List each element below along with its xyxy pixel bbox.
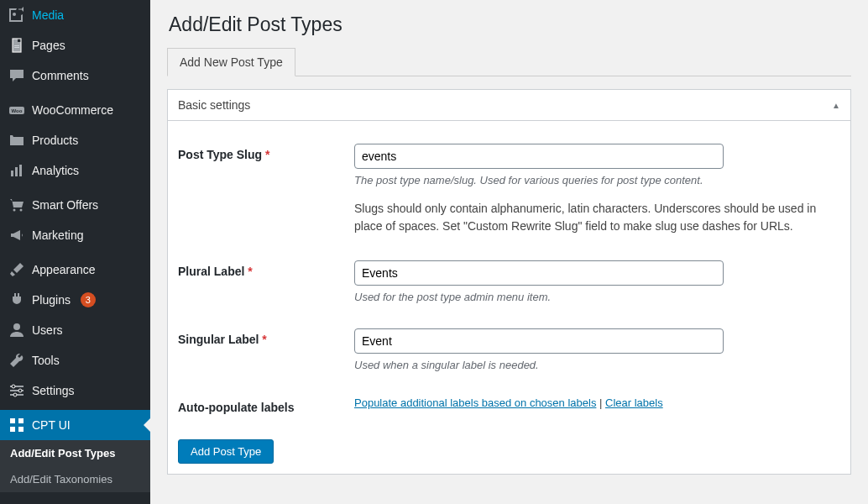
tab-bar: Add New Post Type [167,48,851,76]
svg-point-16 [18,389,22,392]
menu-item-woocommerce[interactable]: WooWooCommerce [0,95,150,125]
menu-label: Tools [32,354,60,367]
menu-label: Comments [32,69,89,82]
required-indicator: * [265,148,269,161]
menu-label: WooCommerce [32,103,113,117]
comments-icon [8,67,25,84]
menu-label: Users [32,323,63,337]
settings-icon [8,382,25,399]
menu-item-media[interactable]: Media [0,0,150,30]
svg-point-15 [12,385,15,388]
plural-label: Plural Label [178,265,244,278]
svg-point-0 [13,13,16,16]
cpt-icon [8,417,25,433]
cart-icon [8,197,25,213]
submenu-item-add-edit-taxonomies[interactable]: Add/Edit Taxonomies [0,466,150,492]
svg-point-17 [13,393,17,396]
menu-item-pages[interactable]: Pages [0,30,150,60]
woo-icon: Woo [8,102,25,118]
menu-item-cpt-ui[interactable]: CPT UI [0,410,150,440]
svg-rect-7 [15,167,18,176]
user-icon [8,322,25,339]
basic-settings-panel: Basic settings ▲ Post Type Slug * The po… [167,89,851,475]
analytics-icon [8,162,25,179]
tab-add-new-post-type[interactable]: Add New Post Type [167,48,295,76]
singular-label-input[interactable] [354,328,724,354]
post-type-slug-input[interactable] [354,144,724,169]
submenu-item-add-edit-post-types[interactable]: Add/Edit Post Types [0,440,150,466]
singular-label: Singular Label [178,333,259,346]
menu-item-tools[interactable]: Tools [0,345,150,375]
add-post-type-button[interactable]: Add Post Type [178,439,274,464]
menu-label: Marketing [32,228,83,242]
panel-title: Basic settings [178,98,250,112]
menu-item-products[interactable]: Products [0,125,150,155]
clear-labels-link[interactable]: Clear labels [605,396,663,409]
menu-item-appearance[interactable]: Appearance [0,255,150,285]
svg-rect-19 [18,418,24,423]
menu-item-settings[interactable]: Settings [0,375,150,406]
menu-label: CPT UI [32,418,71,432]
svg-rect-6 [11,171,13,176]
menu-label: Pages [32,39,65,52]
menu-item-analytics[interactable]: Analytics [0,155,150,186]
collapse-icon[interactable]: ▲ [832,101,840,110]
svg-point-11 [13,323,20,330]
admin-sidebar: MediaPagesCommentsWooWooCommerceProducts… [0,0,150,504]
menu-item-plugins[interactable]: Plugins3 [0,285,150,315]
menu-label: Smart Offers [32,198,98,212]
panel-body: Post Type Slug * The post type name/slug… [168,121,850,474]
megaphone-icon [8,227,25,244]
svg-rect-21 [18,427,24,432]
brush-icon [8,261,25,278]
plugin-icon [8,291,25,308]
slug-label: Post Type Slug [178,148,262,161]
auto-populate-label: Auto-populate labels [178,401,294,414]
menu-label: Products [32,134,78,147]
pages-icon [8,37,25,54]
menu-item-users[interactable]: Users [0,315,150,345]
svg-text:Woo: Woo [12,108,23,113]
panel-header: Basic settings ▲ [168,90,850,121]
media-icon [8,7,25,24]
svg-point-10 [20,209,23,212]
tools-icon [8,352,25,369]
menu-item-marketing[interactable]: Marketing [0,220,150,250]
menu-label: Media [32,8,64,22]
menu-label: Appearance [32,263,96,276]
products-icon [8,132,25,149]
svg-point-9 [13,209,16,212]
update-count-badge: 3 [81,292,96,307]
svg-rect-2 [14,45,19,46]
content-area: Add/Edit Post Types Add New Post Type Ba… [150,0,868,504]
menu-label: Plugins [32,293,71,307]
plural-label-input[interactable] [354,260,724,286]
required-indicator: * [262,333,266,346]
submenu: Add/Edit Post Types Add/Edit Taxonomies [0,440,150,492]
plural-description: Used for the post type admin menu item. [354,291,832,303]
menu-label: Settings [32,384,75,397]
menu-item-comments[interactable]: Comments [0,60,150,91]
menu-label: Analytics [32,164,79,177]
populate-labels-link[interactable]: Populate additional labels based on chos… [354,396,596,409]
menu-item-smart-offers[interactable]: Smart Offers [0,190,150,220]
slug-help-text: Slugs should only contain alphanumeric, … [354,200,832,235]
page-title: Add/Edit Post Types [169,13,851,36]
svg-rect-3 [14,47,19,48]
svg-rect-18 [10,418,15,423]
singular-description: Used when a singular label is needed. [354,359,832,371]
svg-rect-8 [19,165,22,176]
link-separator: | [596,396,605,409]
slug-description: The post type name/slug. Used for variou… [354,174,832,186]
required-indicator: * [248,265,252,278]
svg-rect-20 [10,427,15,432]
